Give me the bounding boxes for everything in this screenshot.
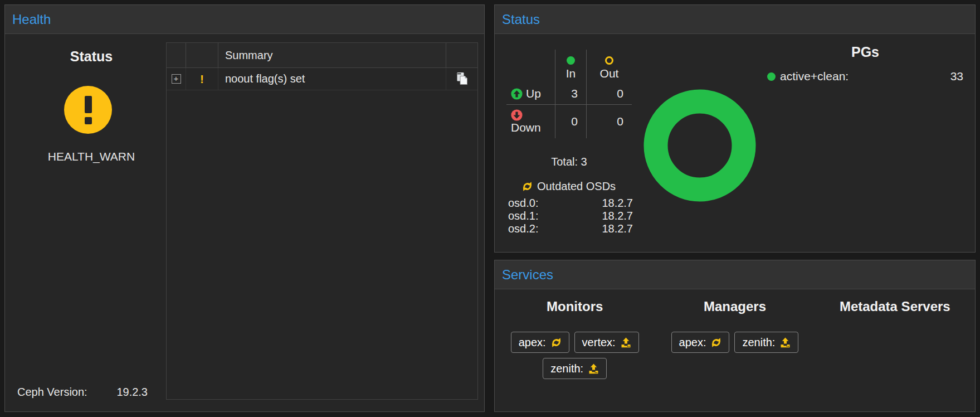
upload-icon: [588, 363, 599, 374]
matrix-up-row-header: Up: [506, 83, 555, 105]
osd-in-out-matrix: In Out Up 3 0 Down 0 0: [506, 50, 632, 138]
health-panel: Health Status HEALTH_WARN Ceph Version: …: [4, 4, 485, 412]
exclamation-bar: [85, 96, 92, 113]
list-item: osd.1: 18.2.7: [504, 210, 634, 222]
service-badge-mgr-apex: apex:: [671, 332, 730, 353]
down-label: Down: [511, 121, 541, 134]
osd-name: osd.0:: [508, 197, 538, 210]
osd-version: 18.2.7: [602, 197, 633, 210]
up-out-value: 0: [587, 83, 632, 105]
in-header-label: In: [566, 67, 576, 80]
metadata-servers-heading: Metadata Servers: [815, 299, 975, 314]
pgs-legend-item: active+clean: 33: [767, 70, 963, 83]
pgs-heading: PGs: [767, 44, 963, 60]
copy-icon[interactable]: [455, 71, 469, 86]
ceph-version-label: Ceph Version:: [17, 386, 87, 399]
upload-icon: [780, 337, 791, 348]
health-status-heading: Status: [11, 49, 172, 65]
pgs-legend-block: PGs active+clean: 33: [767, 44, 963, 83]
health-warning-icon: [64, 86, 112, 134]
health-status-value: HEALTH_WARN: [11, 150, 172, 163]
summary-grid-header: Summary: [167, 43, 477, 68]
up-label: Up: [526, 87, 541, 100]
out-ring-icon: [605, 56, 613, 65]
health-panel-header: Health: [5, 5, 484, 34]
matrix-down-row-header: Down: [506, 105, 555, 138]
status-panel: Status In Out Up 3 0 Down 0 0: [494, 4, 976, 253]
pgs-legend-value: 33: [950, 70, 963, 83]
active-clean-dot-icon: [767, 72, 776, 81]
service-badge-mgr-zenith: zenith:: [734, 332, 798, 353]
service-name: vertex:: [582, 336, 616, 349]
warning-severity-icon: !: [200, 72, 204, 86]
down-in-value: 0: [555, 105, 587, 138]
ceph-version-row: Ceph Version: 19.2.3: [17, 386, 148, 399]
managers-group: Managers apex: zenith:: [655, 289, 815, 411]
osd-version: 18.2.7: [602, 222, 633, 235]
managers-heading: Managers: [655, 299, 815, 314]
refresh-icon: [711, 337, 721, 348]
list-item: osd.0: 18.2.7: [504, 197, 634, 210]
table-row[interactable]: + ! noout flag(s) set: [167, 68, 477, 90]
osd-name: osd.2:: [508, 222, 538, 235]
up-in-value: 3: [555, 83, 587, 105]
row-expander-button[interactable]: +: [172, 74, 181, 84]
metadata-servers-group: Metadata Servers: [815, 289, 975, 411]
outdated-osds-block: Outdated OSDs osd.0: 18.2.7 osd.1: 18.2.…: [504, 180, 634, 235]
exclamation-dot: [85, 117, 92, 124]
action-column-header: [446, 43, 477, 67]
matrix-out-header: Out: [587, 50, 632, 83]
summary-cell-text: noout flag(s) set: [218, 68, 446, 90]
in-dot-icon: [567, 56, 575, 65]
service-name: apex:: [679, 336, 706, 349]
arrow-circle-up-icon: [511, 88, 523, 100]
osd-name: osd.1:: [508, 210, 538, 222]
expander-column-header: [167, 43, 186, 67]
severity-column-header: [186, 43, 218, 67]
service-badge-mon-apex: apex:: [511, 332, 569, 353]
matrix-corner-cell: [506, 50, 555, 83]
service-name: apex:: [519, 336, 546, 349]
status-panel-header: Status: [495, 5, 975, 34]
service-badge-mon-zenith: zenith:: [543, 358, 607, 379]
osd-total: Total: 3: [506, 156, 632, 168]
services-panel: Services Monitors apex: vertex: zenith:: [494, 260, 976, 412]
service-name: zenith:: [550, 362, 583, 375]
down-out-value: 0: [587, 105, 632, 138]
upload-icon: [621, 337, 631, 348]
out-header-label: Out: [600, 67, 619, 80]
service-name: zenith:: [742, 336, 775, 349]
list-item: osd.2: 18.2.7: [504, 222, 634, 235]
summary-column-header: Summary: [218, 43, 446, 67]
arrow-circle-down-icon: [511, 109, 523, 121]
pgs-donut-chart: [641, 87, 758, 204]
monitors-group: Monitors apex: vertex: zenith:: [495, 289, 655, 411]
ceph-version-value: 19.2.3: [116, 386, 148, 399]
osd-version: 18.2.7: [602, 210, 633, 222]
outdated-osds-heading: Outdated OSDs: [537, 180, 616, 193]
status-panel-title: Status: [502, 12, 540, 27]
refresh-icon: [522, 181, 533, 192]
service-badge-mon-vertex: vertex:: [574, 332, 639, 353]
matrix-in-header: In: [555, 50, 587, 83]
pgs-legend-label: active+clean:: [780, 70, 849, 83]
services-panel-title: Services: [502, 267, 553, 283]
health-panel-title: Health: [12, 12, 51, 27]
health-summary-grid: Summary + ! noout flag(s) set: [166, 42, 478, 400]
refresh-icon: [551, 337, 562, 348]
services-panel-header: Services: [495, 260, 975, 289]
monitors-heading: Monitors: [495, 299, 655, 314]
